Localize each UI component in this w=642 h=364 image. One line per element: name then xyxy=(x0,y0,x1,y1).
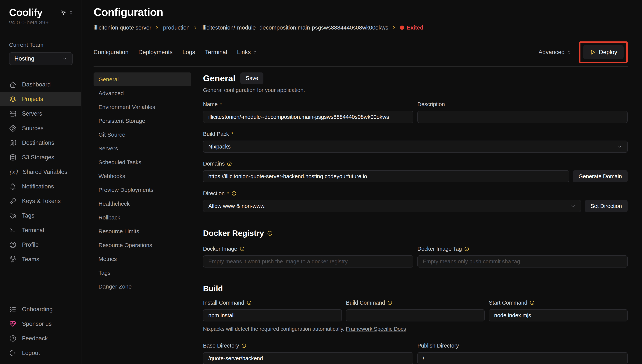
subnav-item-resource-limits[interactable]: Resource Limits xyxy=(94,224,191,238)
build-pack-select[interactable]: Nixpacks xyxy=(203,140,627,153)
sidebar-item-notifications[interactable]: Notifications xyxy=(0,179,81,194)
generate-domain-button[interactable]: Generate Domain xyxy=(573,170,627,182)
sidebar-item-label: Notifications xyxy=(22,183,54,190)
save-button[interactable]: Save xyxy=(240,72,263,84)
tab-terminal[interactable]: Terminal xyxy=(205,49,227,56)
team-select[interactable]: Hosting xyxy=(9,52,73,65)
base-directory-input[interactable] xyxy=(203,352,413,364)
nixpacks-helper-text: Nixpacks will detect the required config… xyxy=(203,326,627,332)
breadcrumb-environment[interactable]: production xyxy=(163,24,190,31)
sidebar-item-sponsor-us[interactable]: Sponsor us xyxy=(0,316,81,331)
subnav-item-persistent-storage[interactable]: Persistent Storage xyxy=(94,114,191,128)
sidebar-item-label: S3 Storages xyxy=(22,154,54,161)
subnav-item-preview-deployments[interactable]: Preview Deployments xyxy=(94,183,191,197)
sidebar-item-servers[interactable]: Servers xyxy=(0,106,81,121)
selector-icon xyxy=(69,10,74,15)
subnav-item-resource-operations[interactable]: Resource Operations xyxy=(94,238,191,252)
subnav-item-advanced[interactable]: Advanced xyxy=(94,86,191,100)
sidebar-item-label: Servers xyxy=(22,110,42,117)
section-title-build: Build xyxy=(203,284,223,293)
name-input[interactable] xyxy=(203,111,413,123)
subnav-item-healthcheck[interactable]: Healthcheck xyxy=(94,197,191,210)
sidebar-item-s3-storages[interactable]: S3 Storages xyxy=(0,150,81,164)
sidebar-item-terminal[interactable]: Terminal xyxy=(0,223,81,238)
framework-docs-link[interactable]: Framework Specific Docs xyxy=(346,326,406,332)
sidebar-item-tags[interactable]: Tags xyxy=(0,208,81,223)
status-badge: Exited xyxy=(400,24,423,31)
direction-value: Allow www & non-www. xyxy=(208,203,266,209)
subnav-item-environment-variables[interactable]: Environment Variables xyxy=(94,100,191,114)
subnav-item-danger-zone[interactable]: Danger Zone xyxy=(94,280,191,294)
sidebar-item-label: Destinations xyxy=(22,140,54,146)
users-icon xyxy=(9,256,17,263)
map-icon xyxy=(9,139,17,146)
start-command-label: Start Command xyxy=(489,300,527,306)
domains-input[interactable] xyxy=(203,170,569,182)
build-pack-label: Build Pack xyxy=(203,131,229,137)
sidebar-item-feedback[interactable]: Feedback xyxy=(0,331,81,346)
sidebar-item-projects[interactable]: Projects xyxy=(0,92,81,106)
subnav-item-tags[interactable]: Tags xyxy=(94,266,191,280)
selector-icon xyxy=(567,50,571,55)
breadcrumb: illicitonion quote server production ill… xyxy=(94,24,627,31)
publish-directory-input[interactable] xyxy=(417,352,627,364)
subnav-item-rollback[interactable]: Rollback xyxy=(94,210,191,224)
subnav-item-webhooks[interactable]: Webhooks xyxy=(94,169,191,183)
direction-label: Direction xyxy=(203,190,225,196)
tab-deployments[interactable]: Deployments xyxy=(138,49,173,56)
sidebar-item-profile[interactable]: Profile xyxy=(0,238,81,252)
sidebar-item-logout[interactable]: Logout xyxy=(0,346,81,360)
subnav-item-scheduled-tasks[interactable]: Scheduled Tasks xyxy=(94,155,191,169)
general-form: General Save General configuration for y… xyxy=(203,72,627,364)
sidebar-item-sources[interactable]: Sources xyxy=(0,121,81,136)
home-icon xyxy=(9,81,17,88)
sidebar: Coolify v4.0.0-beta.399 Current Team Hos… xyxy=(0,0,81,364)
direction-select[interactable]: Allow www & non-www. xyxy=(203,200,581,212)
sidebar-item-onboarding[interactable]: Onboarding xyxy=(0,302,81,316)
set-direction-button[interactable]: Set Direction xyxy=(585,200,627,212)
tab-links[interactable]: Links xyxy=(237,49,257,56)
chevron-down-icon xyxy=(570,204,576,209)
terminal-icon xyxy=(9,226,17,234)
sidebar-item-label: Teams xyxy=(22,256,39,263)
sidebar-item-keys-tokens[interactable]: Keys & Tokens xyxy=(0,194,81,208)
build-command-input[interactable] xyxy=(346,309,485,322)
theme-toggle[interactable] xyxy=(60,9,74,16)
subnav-item-general[interactable]: General xyxy=(94,72,191,86)
build-pack-value: Nixpacks xyxy=(208,144,231,150)
required-asterisk: * xyxy=(227,190,229,196)
start-command-input[interactable] xyxy=(489,309,627,322)
required-asterisk: * xyxy=(220,101,222,108)
logout-icon xyxy=(9,349,17,357)
breadcrumb-application[interactable]: illicitestonion/-module--decomposition:m… xyxy=(201,24,388,31)
tab-logs[interactable]: Logs xyxy=(182,49,195,56)
sidebar-item-teams[interactable]: Teams xyxy=(0,252,81,266)
domains-label: Domains xyxy=(203,160,225,167)
base-directory-label: Base Directory xyxy=(203,342,239,349)
sidebar-item-dashboard[interactable]: Dashboard xyxy=(0,77,81,92)
sidebar-item-label: Shared Variables xyxy=(23,168,67,176)
docker-image-tag-input[interactable] xyxy=(417,256,627,268)
current-team-label: Current Team xyxy=(0,26,81,48)
heart-handshake-icon xyxy=(9,320,17,328)
subnav-item-git-source[interactable]: Git Source xyxy=(94,128,191,142)
info-icon xyxy=(387,300,392,305)
docker-image-input[interactable] xyxy=(203,256,413,268)
info-icon xyxy=(267,230,273,236)
sidebar-item-label: Keys & Tokens xyxy=(22,198,61,204)
section-title-general: General xyxy=(203,73,235,84)
install-command-input[interactable] xyxy=(203,309,342,322)
sidebar-item-label: Terminal xyxy=(22,227,44,234)
build-command-label: Build Command xyxy=(346,300,385,306)
app-logo: Coolify xyxy=(9,6,43,18)
description-input[interactable] xyxy=(417,111,627,123)
deploy-button[interactable]: Deploy xyxy=(583,45,624,60)
subnav-item-metrics[interactable]: Metrics xyxy=(94,252,191,266)
sidebar-item-shared-variables[interactable]: (x) Shared Variables xyxy=(0,164,81,179)
breadcrumb-project[interactable]: illicitonion quote server xyxy=(94,24,151,31)
tab-configuration[interactable]: Configuration xyxy=(94,49,128,56)
subnav-item-servers[interactable]: Servers xyxy=(94,142,191,155)
sidebar-item-destinations[interactable]: Destinations xyxy=(0,136,81,150)
sidebar-item-label: Sources xyxy=(22,125,44,132)
advanced-dropdown[interactable]: Advanced xyxy=(539,49,571,56)
